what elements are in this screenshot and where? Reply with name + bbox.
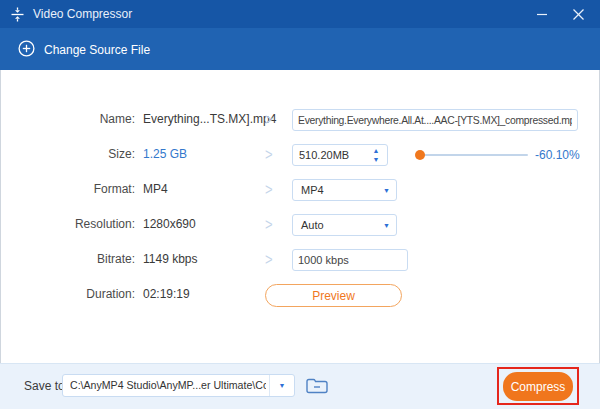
- size-value: 1.25 GB: [143, 147, 187, 161]
- target-size-spinner: ▲ ▼: [292, 144, 388, 166]
- compress-button[interactable]: Compress: [503, 372, 573, 401]
- close-icon: [572, 8, 585, 21]
- caret-down-icon: ▼: [383, 222, 390, 230]
- window-title: Video Compressor: [33, 7, 132, 21]
- output-name-input[interactable]: [292, 109, 578, 131]
- save-path-value: C:\AnyMP4 Studio\AnyMP...er Ultimate\Com…: [70, 375, 266, 396]
- open-folder-button[interactable]: [303, 374, 331, 397]
- minimize-icon: [536, 8, 548, 20]
- caret-down-icon: ▼: [269, 375, 294, 396]
- resolution-selected: Auto: [301, 219, 324, 231]
- circle-plus-icon: [18, 40, 35, 60]
- preview-button[interactable]: Preview: [265, 284, 402, 307]
- spinner-up-icon[interactable]: ▲: [370, 146, 382, 155]
- bitrate-value: 1149 kbps: [143, 252, 198, 266]
- format-label: Format:: [55, 182, 135, 196]
- duration-value: 02:19:19: [143, 287, 190, 301]
- chevron-right-icon: >: [265, 145, 273, 164]
- save-path-dropdown[interactable]: C:\AnyMP4 Studio\AnyMP...er Ultimate\Com…: [62, 374, 295, 397]
- video-compressor-window: Video Compressor Change Source File Name…: [0, 0, 600, 409]
- change-source-file-button[interactable]: Change Source File: [18, 38, 150, 62]
- chevron-right-icon: >: [265, 110, 273, 129]
- target-size-input[interactable]: [293, 145, 367, 165]
- name-label: Name:: [55, 112, 135, 126]
- chevron-right-icon: >: [265, 180, 273, 199]
- spinner-down-icon[interactable]: ▼: [370, 155, 382, 164]
- close-button[interactable]: [562, 0, 594, 28]
- compression-slider-track[interactable]: [420, 154, 528, 156]
- title-bar: Video Compressor: [0, 0, 600, 28]
- resolution-label: Resolution:: [55, 217, 135, 231]
- resolution-value: 1280x690: [143, 217, 196, 231]
- size-label: Size:: [55, 147, 135, 161]
- compression-percent: -60.10%: [535, 148, 580, 162]
- change-source-file-label: Change Source File: [44, 43, 150, 57]
- bitrate-input[interactable]: [292, 249, 408, 271]
- compress-arrows-icon: [10, 7, 25, 22]
- name-value: Everything...TS.MX].mp4: [143, 112, 276, 126]
- minimize-button[interactable]: [526, 0, 558, 28]
- chevron-right-icon: >: [265, 250, 273, 269]
- chevron-right-icon: >: [265, 215, 273, 234]
- caret-down-icon: ▼: [383, 187, 390, 195]
- duration-label: Duration:: [55, 287, 135, 301]
- compression-slider-handle[interactable]: [415, 150, 425, 160]
- resolution-dropdown[interactable]: Auto ▼: [292, 214, 397, 236]
- format-dropdown[interactable]: MP4 ▼: [292, 179, 397, 201]
- folder-icon: [305, 377, 329, 395]
- format-selected: MP4: [301, 184, 324, 196]
- bitrate-label: Bitrate:: [55, 252, 135, 266]
- format-value: MP4: [143, 182, 168, 196]
